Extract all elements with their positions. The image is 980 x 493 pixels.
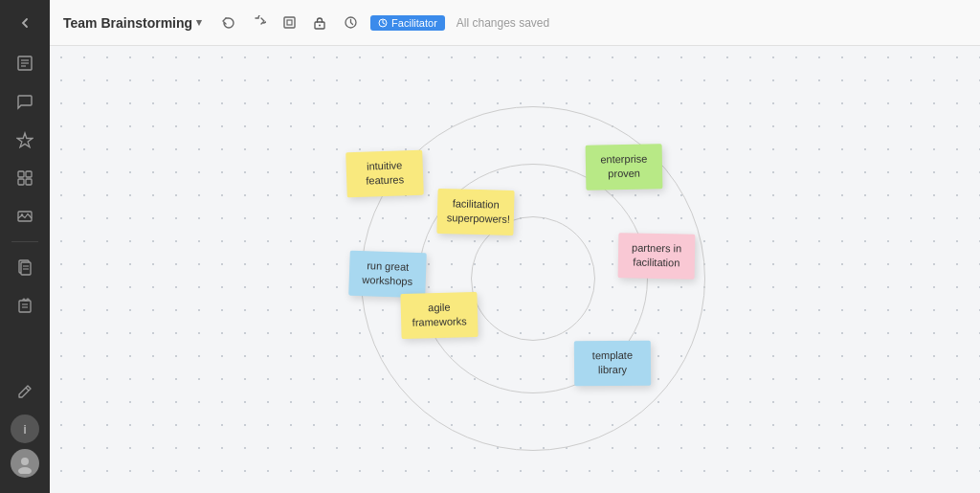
concentric-circle — [471, 216, 595, 341]
back-button[interactable] — [10, 8, 40, 38]
user-avatar[interactable] — [11, 449, 39, 478]
svg-rect-7 — [26, 179, 32, 185]
info-icon[interactable]: i — [11, 415, 39, 443]
star-icon[interactable] — [8, 123, 42, 157]
svg-line-17 — [26, 388, 29, 391]
svg-rect-4 — [18, 171, 24, 177]
svg-point-9 — [21, 213, 23, 215]
sticky-note[interactable]: template library — [574, 341, 651, 386]
sticky-note[interactable]: enterprise proven — [586, 144, 663, 190]
toolbar: Team Brainstorming ▾ — [50, 0, 980, 46]
undo-button[interactable] — [215, 11, 240, 35]
document-title[interactable]: Team Brainstorming ▾ — [63, 15, 202, 31]
lock-button[interactable] — [307, 11, 332, 35]
info-label: i — [23, 422, 27, 437]
svg-rect-6 — [18, 179, 24, 185]
title-chevron: ▾ — [196, 16, 202, 29]
svg-rect-20 — [284, 17, 295, 28]
sticky-note[interactable]: intuitive features — [345, 150, 424, 198]
sticky-note[interactable]: partners in facilitation — [618, 233, 696, 279]
sticky-note[interactable]: agile frameworks — [400, 292, 478, 339]
pages-icon[interactable] — [8, 250, 42, 284]
frame-button[interactable] — [277, 11, 301, 35]
clipboard-icon[interactable] — [8, 288, 42, 323]
pen-icon[interactable] — [8, 374, 42, 409]
facilitator-badge[interactable]: Facilitator — [370, 15, 445, 31]
facilitator-label: Facilitator — [391, 17, 437, 29]
history-button[interactable] — [338, 11, 363, 35]
canvas[interactable]: intuitive featuresfacilitation superpowe… — [50, 46, 980, 493]
svg-rect-21 — [287, 20, 292, 25]
svg-rect-5 — [26, 171, 32, 177]
sticky-note[interactable]: facilitation superpowers! — [436, 189, 514, 235]
media-icon[interactable] — [8, 199, 42, 234]
svg-point-19 — [18, 467, 32, 474]
saved-status: All changes saved — [457, 16, 549, 30]
redo-button[interactable] — [246, 11, 271, 35]
templates-icon[interactable] — [8, 161, 42, 195]
main-area: Team Brainstorming ▾ — [50, 0, 980, 493]
sidebar-bottom: i — [8, 374, 42, 485]
notes-icon[interactable] — [8, 46, 42, 80]
sidebar: i — [0, 0, 50, 493]
sidebar-divider — [11, 241, 38, 242]
title-text: Team Brainstorming — [63, 15, 192, 31]
toolbar-actions — [215, 11, 363, 35]
svg-point-18 — [21, 458, 29, 465]
svg-rect-14 — [19, 301, 31, 312]
svg-point-23 — [319, 24, 321, 26]
sticky-note[interactable]: run great workshops — [348, 251, 427, 299]
chat-icon[interactable] — [8, 84, 42, 119]
